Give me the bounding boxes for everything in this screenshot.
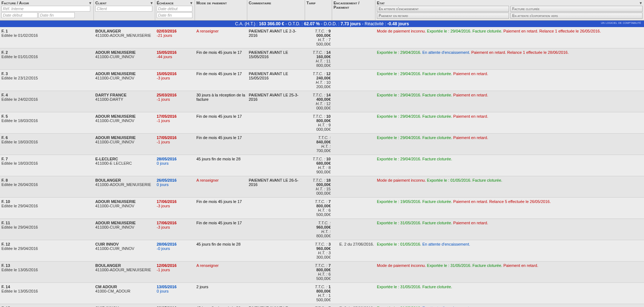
state-btn-paiement-retard[interactable]: Paiement en retard xyxy=(377,13,509,19)
ht: H.T. : 3 300,00€ xyxy=(306,251,331,259)
state-btn-facture-cloturee[interactable]: Facture cloturée xyxy=(510,6,643,12)
days-delta: 0 jours xyxy=(157,182,193,187)
table-row[interactable]: F. 5Editée le 18/03/2016ADOUR MENUISERIE… xyxy=(0,112,644,134)
filter-icon[interactable]: ▼ xyxy=(88,1,92,5)
filter-icon[interactable]: ▼ xyxy=(150,1,153,5)
client-name: ADOUR MENUISERIE xyxy=(95,50,154,55)
ttc: T.T.C. : 1 800,00€ xyxy=(306,285,331,293)
invoice-number: F. 5 xyxy=(1,114,92,118)
status: Exportée le : 29/04/2016. Facture clotur… xyxy=(377,72,643,76)
table-row[interactable]: F. 3Editée le 23/12/2015ADOUR MENUISERIE… xyxy=(0,70,644,91)
invoice-edit-date: Editée le 29/04/2016 xyxy=(1,204,92,208)
payment-mode: A renseigner xyxy=(196,178,246,182)
filter-icon[interactable]: ▼ xyxy=(190,1,193,5)
invoice-number: F. 3 xyxy=(1,72,92,76)
echeance-date-fin-input[interactable] xyxy=(157,12,192,18)
ttc: T.T.C. : 18 000,00€ xyxy=(306,178,331,187)
invoice-edit-date: Editée le 26/04/2016 xyxy=(1,182,92,187)
client-code: 411000-E LECLERC xyxy=(95,161,154,165)
filter-icon[interactable]: ▼ xyxy=(639,1,643,5)
table-row[interactable]: F. 13Editée le 13/05/2016BOULANGER411000… xyxy=(0,261,644,283)
client-name: DARTY FRANCE xyxy=(95,93,154,97)
invoice-number: F. 7 xyxy=(1,157,92,161)
invoice-edit-date: Editée le 13/05/2016 xyxy=(1,268,92,272)
payment-mode: Fin de mois 45 jours le 17 xyxy=(196,114,246,118)
status: Exportée le : 29/04/2016. Facture clotur… xyxy=(377,135,643,140)
col-header-mode: Mode de paiement xyxy=(196,1,245,6)
compta-label: un logiciel de comptabilité xyxy=(601,21,641,25)
table-row[interactable]: F. 11Editée le 29/04/2016ADOUR MENUISERI… xyxy=(0,219,644,240)
days-delta: -0 jours xyxy=(157,246,193,251)
client-name: E-LECLERC xyxy=(95,157,154,161)
days-delta: -1 jours xyxy=(157,118,193,123)
status: Exportée le : 29/04/2016. Facture clotur… xyxy=(377,93,643,97)
col-header-client: Client ▼ xyxy=(95,1,153,6)
invoice-edit-date: Editée le 13/05/2016 xyxy=(1,289,92,293)
table-row[interactable]: F. 1Editée le 01/02/2016BOULANGER411000-… xyxy=(0,27,644,48)
comment: PAIEMENT AVANT LE 26-5-2016 xyxy=(249,178,304,187)
table-row[interactable]: F. 8Editée le 26/04/2016BOULANGER411000-… xyxy=(0,176,644,198)
echeance-date-debut-input[interactable] xyxy=(157,6,192,12)
status: Mode de paiement inconnu. Exportée le : … xyxy=(377,263,643,268)
ht: H.T. : 7 500,00€ xyxy=(306,38,331,46)
due-date: 15/05/2016 xyxy=(157,72,193,76)
invoice-edit-date: Editée le 23/12/2015 xyxy=(1,76,92,80)
table-row[interactable]: F. 2Editée le 01/01/2016ADOUR MENUISERIE… xyxy=(0,48,644,70)
state-btn-attente-exportation[interactable]: En attente d'exportation vers xyxy=(510,13,643,19)
encaissement: E. 2 du 27/06/2016. xyxy=(334,242,374,246)
status: Exportée le : 29/04/2016. Facture clotur… xyxy=(377,157,643,161)
invoice-edit-date: Editée le 29/04/2016 xyxy=(1,246,92,251)
ht: H.T. : 15 000,00€ xyxy=(306,187,331,195)
ttc: T.T.C. : 3 960,00€ xyxy=(306,242,331,251)
col-header-facture: Facture / Avoir ▼ xyxy=(1,1,92,6)
ht: H.T. : 10 200,00€ xyxy=(306,80,331,89)
client-input[interactable] xyxy=(95,6,152,12)
payment-mode: 45 jours fin de mois le 28 xyxy=(196,242,246,246)
status: Mode de paiement inconnu. Exportée le : … xyxy=(377,178,643,182)
comment: PAIEMENT AVANT LE 15/05/2016 xyxy=(249,72,304,80)
ht: H.T. : 6 500,00€ xyxy=(306,272,331,281)
table-row[interactable]: F. 6Editée le 18/03/2016ADOUR MENUISERIE… xyxy=(0,134,644,155)
due-date: 15/05/2016 xyxy=(157,50,193,55)
ttc: T.T.C. : 14 160,00€ xyxy=(306,50,331,59)
ref-interne-input[interactable] xyxy=(1,6,90,12)
client-code: 411000-CUIR_INNOV xyxy=(95,76,154,80)
ht: H.T. : 1 500,00€ xyxy=(306,293,331,302)
table-row[interactable]: F. 12Editée le 29/04/2016CUIR INNOV41100… xyxy=(0,240,644,261)
invoice-number: F. 1 xyxy=(1,29,92,33)
days-delta: -1 jours xyxy=(157,140,193,144)
facture-date-fin-input[interactable] xyxy=(39,12,75,18)
col-header-etat: Etat ▼ xyxy=(377,1,643,6)
ht: H.T. : 12 000,00€ xyxy=(306,101,331,110)
client-code: 411000-ADOUR_MENUISERIE xyxy=(95,268,154,272)
ttc: T.T.C. : 9 000,00€ xyxy=(306,29,331,38)
client-code: 411000-DARTY xyxy=(95,97,154,101)
due-date: 26/05/2016 xyxy=(157,178,193,182)
table-row[interactable]: F. 4Editée le 24/02/2016DARTY FRANCE4110… xyxy=(0,91,644,112)
client-code: 41000-CM_ADOUR xyxy=(95,289,154,293)
ht: H.T. : 800,00€ xyxy=(306,229,331,238)
table-row[interactable]: F. 7Editée le 18/03/2016E-LECLERC411000-… xyxy=(0,155,644,176)
client-name: ADOUR MENUISERIE xyxy=(95,135,154,140)
state-btn-attente-encaissement[interactable]: En attente d'encaissement xyxy=(377,6,509,12)
payment-mode: Fin de mois 45 jours le 17 xyxy=(196,50,246,55)
facture-date-debut-input[interactable] xyxy=(1,12,38,18)
comment: PAIEMENT AVANT LE 2-3-2016 xyxy=(249,29,304,38)
table-row[interactable]: F. 14Editée le 13/05/2016CM ADOUR41000-C… xyxy=(0,283,644,304)
days-delta: -1 jours xyxy=(157,268,193,272)
invoice-edit-date: Editée le 18/03/2016 xyxy=(1,161,92,165)
col-header-echeance: Échéance ▼ xyxy=(157,1,193,6)
invoice-number: F. 11 xyxy=(1,221,92,225)
ht: H.T. : 8 900,00€ xyxy=(306,165,331,174)
table-row[interactable]: F. 15Editée le 16/06/2016CUIR INNOV41100… xyxy=(0,304,644,307)
payment-mode: A renseigner xyxy=(196,263,246,268)
status: Exportée le : 29/04/2016. En attente d'e… xyxy=(377,50,643,55)
invoice-edit-date: Editée le 01/01/2016 xyxy=(1,55,92,59)
table-row[interactable]: F. 10Editée le 29/04/2016ADOUR MENUISERI… xyxy=(0,198,644,219)
ht: H.T. : 9 000,00€ xyxy=(306,123,331,131)
ttc: T.T.C. : 960,00€ xyxy=(306,221,331,229)
status: Exportée le : 01/05/2016. En attente d'e… xyxy=(377,242,643,246)
status: Exportée le : 31/05/2016. Facture clotur… xyxy=(377,285,643,289)
comment: PAIEMENT AVANT LE 25-3-2016 xyxy=(249,93,304,101)
client-name: CM ADOUR xyxy=(95,285,154,289)
